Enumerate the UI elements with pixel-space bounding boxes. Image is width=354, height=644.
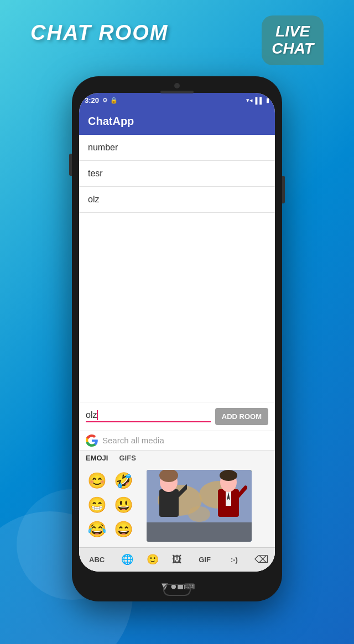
chat-room-list: number tesr olz bbox=[79, 135, 275, 402]
volume-button bbox=[69, 154, 72, 176]
signal-icon: ▌▌ bbox=[255, 97, 264, 104]
settings-icon: ⚙ bbox=[102, 97, 108, 104]
gif-button[interactable]: GIF bbox=[195, 553, 214, 566]
emoji-4[interactable]: 😃 bbox=[111, 494, 136, 516]
emoji-3[interactable]: 😁 bbox=[85, 494, 109, 516]
chat-item-tesr[interactable]: tesr bbox=[79, 161, 275, 187]
status-bar: 3:20 ⚙ 🔒 ▾◂ ▌▌ ▮ bbox=[79, 93, 275, 108]
svg-point-3 bbox=[188, 506, 210, 522]
cursor bbox=[97, 410, 98, 420]
app-title: ChatApp bbox=[88, 115, 134, 128]
keyboard-toolbar: ABC 🌐 🙂 🖼 GIF :-) ⌫ bbox=[79, 547, 275, 572]
live-chat-bubble: LIVECHAT bbox=[262, 15, 324, 65]
battery-icon: ▮ bbox=[266, 97, 269, 104]
emoji-1[interactable]: 😊 bbox=[85, 470, 109, 492]
google-icon bbox=[86, 434, 98, 447]
backspace-icon[interactable]: ⌫ bbox=[254, 553, 268, 566]
svg-line-14 bbox=[238, 488, 246, 496]
app-bar: ChatApp bbox=[79, 108, 275, 135]
media-tabs: EMOJI GIFS bbox=[79, 451, 275, 464]
emoji-2[interactable]: 🤣 bbox=[111, 470, 136, 492]
svg-rect-4 bbox=[147, 522, 252, 542]
emoji-grid: 😊 🤣 😁 😃 😂 😄 bbox=[79, 467, 141, 544]
camera-dot bbox=[174, 83, 180, 88]
sticker-icon[interactable]: 🖼 bbox=[172, 554, 182, 566]
search-placeholder[interactable]: Search all media bbox=[102, 436, 164, 445]
figure-right bbox=[211, 470, 247, 525]
abc-button[interactable]: ABC bbox=[86, 553, 108, 566]
tab-emoji[interactable]: EMOJI bbox=[86, 454, 108, 464]
add-room-button[interactable]: ADD ROOM bbox=[215, 408, 268, 425]
status-time: 3:20 bbox=[85, 96, 99, 104]
chat-item-olz[interactable]: olz bbox=[79, 187, 275, 213]
chat-item-number[interactable]: number bbox=[79, 135, 275, 161]
phone-top-area bbox=[160, 83, 194, 93]
figure-left bbox=[151, 470, 187, 525]
emoji-5[interactable]: 😂 bbox=[85, 519, 109, 541]
lock-icon: 🔒 bbox=[110, 97, 118, 104]
emoticon-button[interactable]: :-) bbox=[227, 553, 241, 566]
svg-rect-5 bbox=[159, 489, 179, 517]
gif-preview[interactable] bbox=[147, 470, 252, 542]
emoji-6[interactable]: 😄 bbox=[111, 519, 136, 541]
gif-image bbox=[147, 470, 252, 542]
speaker-grille bbox=[160, 91, 194, 93]
media-panel: EMOJI GIFS 😊 🤣 😁 😃 😂 😄 bbox=[79, 451, 275, 547]
wifi-icon: ▾◂ bbox=[246, 97, 253, 104]
page-title-chat-room: CHAT ROOM bbox=[30, 21, 169, 45]
status-icons: ⚙ 🔒 bbox=[102, 97, 118, 104]
phone-screen: 3:20 ⚙ 🔒 ▾◂ ▌▌ ▮ ChatApp number tesr olz bbox=[79, 93, 275, 572]
room-name-input[interactable]: olz bbox=[86, 410, 97, 420]
phone-frame: 3:20 ⚙ 🔒 ▾◂ ▌▌ ▮ ChatApp number tesr olz bbox=[72, 76, 282, 601]
emoji-keyboard-icon[interactable]: 🌐 bbox=[121, 553, 133, 566]
tab-gifs[interactable]: GIFS bbox=[119, 454, 136, 464]
room-name-input-wrapper: olz bbox=[86, 410, 211, 423]
home-button[interactable] bbox=[163, 584, 191, 596]
svg-point-13 bbox=[220, 470, 237, 481]
main-content: number tesr olz olz ADD ROOM Searc bbox=[79, 135, 275, 572]
status-right-icons: ▾◂ ▌▌ ▮ bbox=[246, 97, 269, 104]
power-button bbox=[282, 176, 285, 203]
media-search-bar: Search all media bbox=[79, 431, 275, 451]
smiley-icon[interactable]: 🙂 bbox=[147, 553, 159, 566]
input-area: olz ADD ROOM bbox=[79, 402, 275, 431]
